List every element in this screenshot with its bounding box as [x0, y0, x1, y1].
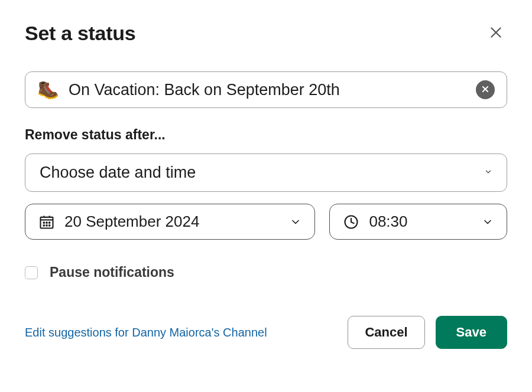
calendar-icon — [38, 214, 55, 230]
svg-line-16 — [351, 222, 354, 223]
chevron-down-icon — [290, 216, 301, 228]
clock-icon — [343, 214, 359, 230]
svg-point-10 — [49, 222, 50, 223]
time-value: 08:30 — [369, 213, 472, 231]
time-picker[interactable]: 08:30 — [329, 204, 507, 240]
date-time-row: 20 September 2024 08:30 — [25, 204, 507, 240]
status-emoji-icon[interactable]: 🥾 — [37, 81, 59, 99]
status-input[interactable]: 🥾 On Vacation: Back on September 20th — [25, 71, 507, 108]
status-text: On Vacation: Back on September 20th — [69, 81, 466, 99]
date-value: 20 September 2024 — [64, 213, 280, 231]
clear-icon — [481, 85, 489, 95]
svg-point-11 — [44, 225, 45, 226]
footer-buttons: Cancel Save — [348, 316, 507, 349]
pause-notifications-row: Pause notifications — [25, 264, 507, 280]
clear-status-button[interactable] — [476, 80, 495, 99]
edit-suggestions-link[interactable]: Edit suggestions for Danny Maiorca's Cha… — [25, 326, 267, 339]
save-button[interactable]: Save — [436, 316, 507, 349]
close-button[interactable] — [485, 21, 507, 45]
pause-label: Pause notifications — [50, 264, 174, 280]
remove-after-value: Choose date and time — [40, 164, 196, 182]
dialog-title: Set a status — [25, 22, 135, 45]
remove-after-label: Remove status after... — [25, 127, 507, 143]
date-picker[interactable]: 20 September 2024 — [25, 204, 315, 240]
chevron-down-icon — [484, 168, 492, 178]
dialog-header: Set a status — [25, 21, 507, 45]
svg-point-13 — [49, 225, 50, 226]
close-icon — [488, 25, 504, 42]
chevron-down-icon — [482, 216, 494, 228]
svg-point-9 — [46, 222, 47, 223]
pause-checkbox[interactable] — [25, 266, 38, 279]
cancel-button[interactable]: Cancel — [348, 316, 424, 349]
dialog-footer: Edit suggestions for Danny Maiorca's Cha… — [25, 316, 507, 349]
svg-point-12 — [46, 225, 47, 226]
remove-after-select[interactable]: Choose date and time — [25, 153, 507, 192]
svg-point-8 — [44, 222, 45, 223]
